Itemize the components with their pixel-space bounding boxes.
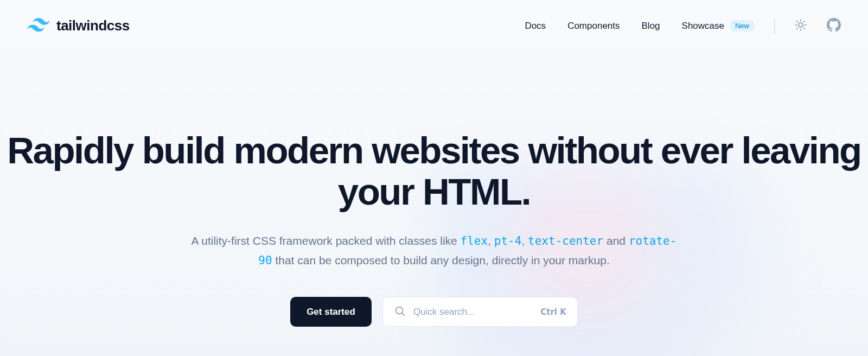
new-badge: New (730, 20, 755, 31)
code-class-flex: flex (461, 234, 488, 247)
github-icon (827, 18, 841, 34)
github-link[interactable] (827, 18, 841, 34)
nav-blog[interactable]: Blog (642, 21, 660, 31)
nav-label: Docs (525, 21, 546, 31)
svg-point-0 (799, 23, 803, 27)
nav-components[interactable]: Components (567, 21, 620, 31)
nav-label: Showcase (682, 21, 724, 31)
kbd-key: K (560, 307, 566, 317)
nav-docs[interactable]: Docs (525, 21, 546, 31)
desc-sep: and (603, 234, 629, 247)
nav-label: Components (567, 21, 620, 31)
hero-title: Rapidly build modern websites without ev… (0, 130, 868, 213)
nav-label: Blog (642, 21, 660, 31)
nav-divider (774, 18, 775, 34)
svg-line-10 (402, 313, 404, 315)
quick-search[interactable]: Quick search... Ctrl K (382, 297, 578, 327)
header: tailwindcss Docs Components Blog Showcas… (0, 0, 868, 52)
code-class-text-center: text-center (528, 234, 603, 247)
hero-description: A utility-first CSS framework packed wit… (190, 231, 678, 271)
hero: Rapidly build modern websites without ev… (0, 52, 868, 327)
kbd-ctrl: Ctrl (540, 307, 560, 317)
theme-toggle[interactable] (794, 18, 807, 34)
nav-links: Docs Components Blog Showcase New (525, 20, 755, 31)
search-placeholder: Quick search... (413, 307, 533, 317)
keyboard-shortcut: Ctrl K (540, 307, 566, 317)
nav-showcase[interactable]: Showcase New (682, 20, 755, 31)
desc-sep: , (488, 234, 494, 247)
desc-text: that can be composed to build any design… (272, 254, 610, 266)
brand-name: tailwindcss (56, 17, 130, 34)
desc-sep: , (521, 234, 528, 247)
logo[interactable]: tailwindcss (27, 17, 130, 34)
get-started-button[interactable]: Get started (290, 297, 372, 327)
svg-line-3 (797, 21, 797, 21)
sun-icon (794, 18, 807, 34)
desc-text: A utility-first CSS framework packed wit… (192, 234, 461, 247)
tailwind-logo-icon (27, 18, 50, 34)
svg-line-8 (804, 21, 805, 21)
cta-row: Get started Quick search... Ctrl K (0, 297, 868, 327)
svg-line-4 (804, 28, 805, 28)
nav: Docs Components Blog Showcase New (525, 18, 841, 34)
svg-line-7 (797, 28, 797, 28)
search-icon (394, 305, 406, 319)
code-class-pt4: pt-4 (494, 234, 522, 247)
